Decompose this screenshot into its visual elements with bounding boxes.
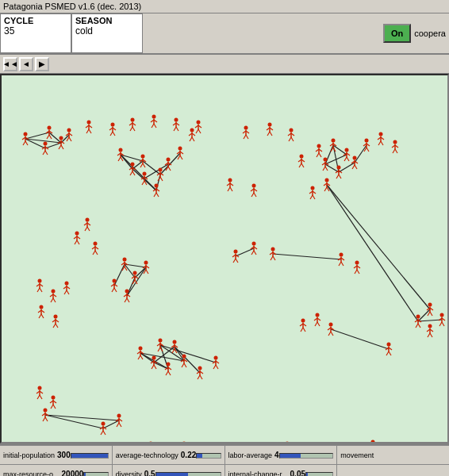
slider-wrapper[interactable] bbox=[155, 472, 221, 477]
svg-point-518 bbox=[38, 279, 42, 283]
rewind-button[interactable]: ◄◄ bbox=[3, 57, 17, 71]
svg-line-475 bbox=[246, 135, 248, 139]
svg-line-606 bbox=[355, 270, 357, 274]
svg-point-452 bbox=[428, 303, 432, 307]
svg-point-572 bbox=[117, 414, 121, 418]
svg-line-444 bbox=[324, 187, 327, 191]
svg-line-121 bbox=[154, 124, 156, 128]
slider-fill bbox=[197, 454, 201, 458]
svg-line-138 bbox=[190, 137, 192, 141]
svg-line-564 bbox=[43, 417, 45, 421]
svg-line-168 bbox=[154, 193, 156, 197]
simulation-canvas bbox=[0, 74, 449, 443]
slider-fill bbox=[71, 454, 108, 458]
agent-person bbox=[179, 354, 189, 368]
back-button[interactable]: ◄ bbox=[19, 57, 33, 71]
svg-line-187 bbox=[180, 155, 182, 159]
bottom-cell: average-technology0.22 bbox=[113, 446, 225, 464]
agent-person bbox=[146, 441, 155, 443]
slider-wrapper[interactable] bbox=[305, 472, 333, 477]
svg-line-390 bbox=[331, 148, 333, 152]
svg-point-158 bbox=[143, 172, 147, 176]
agent-person bbox=[62, 281, 71, 295]
svg-line-145 bbox=[121, 157, 123, 161]
svg-point-590 bbox=[271, 248, 275, 251]
svg-point-584 bbox=[252, 242, 256, 246]
agent-person bbox=[120, 257, 129, 271]
svg-point-404 bbox=[337, 166, 341, 170]
svg-point-134 bbox=[190, 129, 194, 132]
svg-point-116 bbox=[152, 115, 156, 119]
svg-line-576 bbox=[117, 423, 119, 427]
svg-point-92 bbox=[67, 129, 71, 132]
svg-line-469 bbox=[430, 333, 432, 337]
svg-line-427 bbox=[381, 141, 383, 145]
svg-point-524 bbox=[52, 290, 56, 294]
svg-line-535 bbox=[67, 290, 69, 294]
svg-line-480 bbox=[267, 132, 270, 136]
svg-point-464 bbox=[428, 324, 432, 328]
svg-line-552 bbox=[37, 395, 40, 399]
slider-wrapper[interactable] bbox=[83, 472, 108, 477]
agent-person bbox=[350, 155, 359, 170]
agent-person bbox=[141, 260, 151, 274]
svg-point-614 bbox=[316, 313, 320, 317]
svg-line-264 bbox=[213, 365, 216, 369]
on-off-label: On bbox=[391, 29, 403, 38]
on-off-button[interactable]: On bbox=[383, 24, 411, 43]
svg-point-476 bbox=[268, 123, 272, 127]
toolbar: ◄◄ ◄ ▶ bbox=[0, 55, 449, 74]
slider-fill bbox=[306, 473, 308, 477]
svg-line-258 bbox=[198, 375, 200, 379]
svg-line-499 bbox=[254, 193, 256, 197]
svg-line-109 bbox=[113, 132, 115, 136]
slider-wrapper[interactable] bbox=[279, 453, 334, 459]
cell-label: diversity bbox=[116, 470, 142, 477]
svg-line-246 bbox=[172, 349, 175, 353]
bottom-cell: diversity0.5 bbox=[113, 465, 225, 476]
agent-person bbox=[128, 162, 137, 176]
svg-point-608 bbox=[301, 319, 305, 323]
svg-point-536 bbox=[40, 305, 44, 309]
svg-line-163 bbox=[144, 181, 147, 185]
svg-line-588 bbox=[251, 251, 254, 255]
svg-point-374 bbox=[300, 155, 304, 159]
svg-line-103 bbox=[89, 129, 91, 133]
svg-line-463 bbox=[442, 322, 444, 326]
svg-line-438 bbox=[310, 195, 313, 199]
agent-person bbox=[36, 305, 46, 319]
svg-line-229 bbox=[154, 365, 156, 369]
svg-line-547 bbox=[56, 324, 58, 328]
svg-point-530 bbox=[65, 282, 69, 286]
agent-person bbox=[225, 178, 235, 192]
svg-line-78 bbox=[47, 135, 49, 139]
agent-person bbox=[211, 355, 221, 370]
slider-wrapper[interactable] bbox=[196, 453, 221, 459]
svg-line-486 bbox=[289, 137, 291, 141]
svg-point-164 bbox=[155, 184, 159, 188]
svg-line-432 bbox=[393, 149, 395, 153]
svg-line-409 bbox=[339, 175, 341, 178]
svg-point-422 bbox=[379, 132, 383, 136]
agent-person bbox=[171, 117, 181, 132]
svg-line-90 bbox=[59, 145, 61, 149]
svg-line-546 bbox=[53, 324, 56, 328]
svg-point-182 bbox=[178, 147, 182, 151]
svg-point-290 bbox=[182, 442, 186, 444]
svg-line-211 bbox=[114, 288, 117, 292]
svg-point-140 bbox=[119, 148, 123, 152]
svg-point-230 bbox=[167, 363, 171, 367]
svg-line-481 bbox=[270, 132, 272, 136]
svg-point-74 bbox=[48, 126, 52, 130]
svg-line-414 bbox=[352, 165, 355, 169]
agent-person bbox=[231, 249, 240, 263]
forward-button[interactable]: ▶ bbox=[35, 57, 49, 71]
svg-line-630 bbox=[386, 351, 389, 355]
svg-line-439 bbox=[313, 195, 315, 199]
svg-line-115 bbox=[132, 127, 135, 131]
svg-point-170 bbox=[159, 168, 163, 172]
slider-wrapper[interactable] bbox=[71, 453, 109, 459]
svg-line-210 bbox=[112, 288, 114, 292]
agent-person bbox=[313, 313, 322, 327]
svg-line-408 bbox=[336, 175, 339, 178]
